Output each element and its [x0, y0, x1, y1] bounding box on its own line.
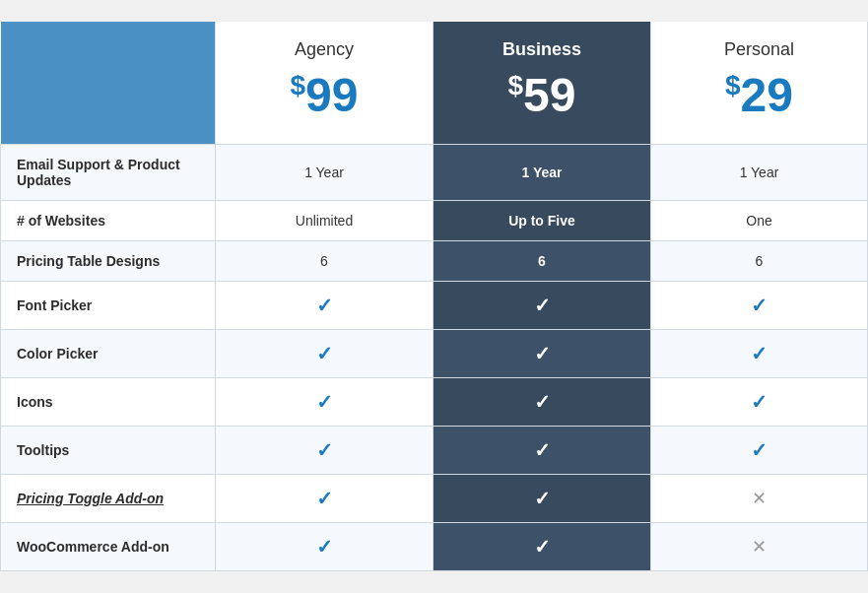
check-icon: ✓	[751, 343, 768, 364]
feature-label: Icons	[1, 378, 216, 427]
personal-value: ✓	[651, 427, 868, 475]
table-row: Pricing Table Designs666	[1, 241, 868, 282]
feature-label: Pricing Table Designs	[1, 241, 216, 282]
feature-header-cell	[1, 22, 216, 145]
personal-plan-price: $29	[661, 68, 857, 122]
business-value: ✓	[434, 427, 651, 475]
check-icon: ✓	[534, 391, 551, 413]
header-row: Agency $99 Business $59 Personal	[1, 22, 868, 145]
personal-header: Personal $29	[651, 22, 868, 145]
check-icon: ✓	[316, 391, 333, 413]
business-value: ✓	[434, 523, 651, 571]
agency-plan-price: $99	[226, 68, 423, 122]
personal-value: 6	[651, 241, 868, 282]
personal-value: ✕	[651, 523, 868, 571]
table-row: Email Support & Product Updates1 Year1 Y…	[1, 145, 868, 201]
table-row: Font Picker✓✓✓	[1, 282, 868, 330]
business-value: ✓	[434, 475, 651, 523]
personal-dollar: $	[725, 70, 741, 100]
business-value: 1 Year	[434, 145, 651, 201]
personal-value: ✕	[651, 475, 868, 523]
agency-dollar: $	[291, 70, 306, 100]
agency-value: ✓	[216, 378, 434, 427]
feature-label: # of Websites	[1, 201, 216, 241]
feature-label: Email Support & Product Updates	[1, 145, 216, 201]
business-plan-price: $59	[443, 68, 640, 122]
check-icon: ✓	[751, 391, 768, 413]
cross-icon: ✕	[752, 537, 767, 557]
feature-label: WooCommerce Add-on	[1, 523, 216, 571]
personal-value: ✓	[651, 378, 868, 427]
table-row: Color Picker✓✓✓	[1, 330, 868, 378]
check-icon: ✓	[751, 439, 768, 461]
agency-value: 1 Year	[216, 145, 434, 201]
agency-value: ✓	[216, 330, 434, 378]
feature-label: Color Picker	[1, 330, 216, 378]
table-body: Email Support & Product Updates1 Year1 Y…	[1, 145, 868, 571]
business-dollar: $	[508, 70, 524, 100]
personal-value: One	[651, 201, 868, 241]
personal-price-value: 29	[741, 69, 793, 121]
check-icon: ✓	[316, 295, 333, 316]
check-icon: ✓	[534, 536, 551, 558]
personal-value: ✓	[651, 282, 868, 330]
table-row: Tooltips✓✓✓	[1, 427, 868, 475]
agency-value: 6	[216, 241, 434, 282]
business-value: 6	[434, 241, 651, 282]
feature-label: Font Picker	[1, 282, 216, 330]
business-value: Up to Five	[434, 201, 651, 241]
business-value: ✓	[434, 282, 651, 330]
agency-plan-name: Agency	[226, 39, 423, 60]
personal-plan-name: Personal	[661, 39, 857, 60]
agency-value: ✓	[216, 523, 434, 571]
agency-value: ✓	[216, 282, 434, 330]
agency-value: Unlimited	[216, 201, 434, 241]
check-icon: ✓	[316, 343, 333, 364]
feature-label: Tooltips	[1, 427, 216, 475]
check-icon: ✓	[316, 536, 333, 558]
table-row: Icons✓✓✓	[1, 378, 868, 427]
agency-price-value: 99	[305, 69, 358, 121]
check-icon: ✓	[534, 343, 551, 364]
agency-header: Agency $99	[216, 22, 434, 145]
business-price-value: 59	[523, 69, 575, 121]
table-row: Pricing Toggle Add-on✓✓✕	[1, 475, 868, 523]
table-row: # of WebsitesUnlimitedUp to FiveOne	[1, 201, 868, 241]
business-value: ✓	[434, 330, 651, 378]
check-icon: ✓	[534, 295, 551, 316]
table-row: WooCommerce Add-on✓✓✕	[1, 523, 868, 571]
check-icon: ✓	[534, 488, 551, 509]
cross-icon: ✕	[752, 489, 767, 508]
check-icon: ✓	[316, 488, 333, 509]
agency-value: ✓	[216, 427, 434, 475]
business-header: Business $59	[434, 22, 651, 145]
feature-label: Pricing Toggle Add-on	[1, 475, 216, 523]
agency-value: ✓	[216, 475, 434, 523]
business-value: ✓	[434, 378, 651, 427]
pricing-table: Agency $99 Business $59 Personal	[0, 22, 868, 571]
personal-value: ✓	[651, 330, 868, 378]
check-icon: ✓	[316, 439, 333, 461]
business-plan-name: Business	[443, 39, 640, 60]
check-icon: ✓	[534, 439, 551, 461]
check-icon: ✓	[751, 295, 768, 316]
personal-value: 1 Year	[651, 145, 868, 201]
